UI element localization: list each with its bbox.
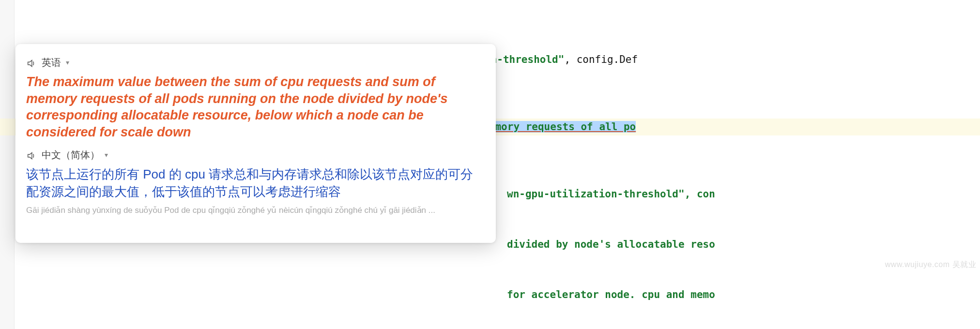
pinyin-text: Gāi jiédiǎn shàng yùnxíng de suǒyǒu Pod … [26, 204, 485, 217]
watermark: www.wujiuye.com 吴就业 [885, 258, 976, 271]
source-language-label: 英语 [42, 55, 61, 71]
target-language-row[interactable]: 中文（简体） ▾ [26, 147, 485, 163]
source-language-row[interactable]: 英语 ▾ [26, 55, 485, 71]
speaker-icon[interactable] [26, 150, 37, 161]
chevron-down-icon[interactable]: ▾ [105, 150, 108, 161]
chevron-down-icon[interactable]: ▾ [66, 57, 69, 68]
translate-popup[interactable]: 英语 ▾ The maximum value between the sum o… [15, 44, 496, 243]
code-line[interactable]: for accelerator node. cpu and memo [0, 286, 980, 303]
string-literal: for accelerator node. cpu and memo [507, 289, 715, 300]
string-literal: divided by node's allocatable reso [507, 239, 715, 250]
speaker-icon[interactable] [26, 58, 37, 68]
target-text: 该节点上运行的所有 Pod 的 cpu 请求总和与内存请求总和除以该节点对应的可… [26, 166, 485, 201]
target-language-label: 中文（简体） [42, 147, 100, 163]
tail-text: , config.Def [564, 54, 638, 65]
string-literal: wn-gpu-utilization-threshold", con [507, 188, 715, 200]
source-text: The maximum value between the sum of cpu… [26, 74, 485, 140]
